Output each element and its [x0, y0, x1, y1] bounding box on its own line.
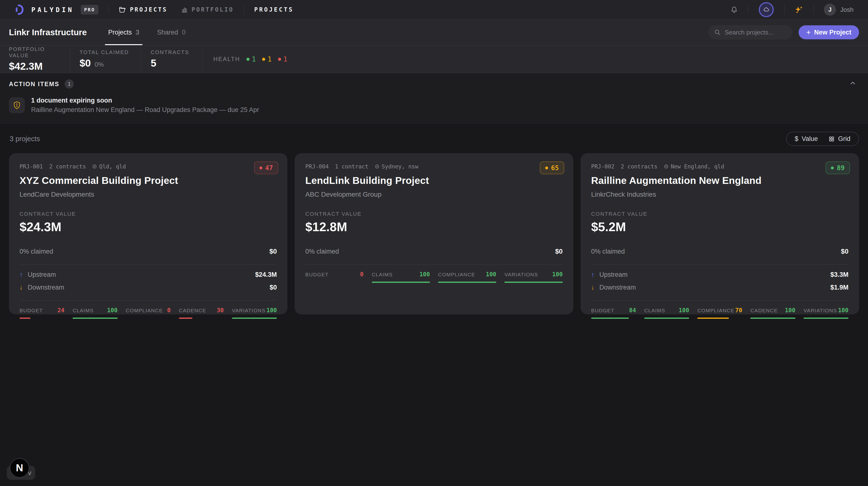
metric-variations: VARIATIONS100: [232, 307, 277, 319]
tab-shared[interactable]: Shared 0: [154, 20, 189, 45]
stat-value: $42.3M: [9, 61, 60, 72]
cloud-sync-button[interactable]: [758, 2, 774, 18]
portfolio-tabs: Projects 3 Shared 0: [105, 20, 189, 45]
pro-badge: PRO: [81, 5, 98, 15]
projects-toolbar: 3 projects $ Value Grid: [0, 123, 868, 153]
project-title: LendLink Building Project: [305, 175, 562, 186]
nav-divider: [813, 5, 814, 14]
arrow-up-icon: ↑: [591, 271, 599, 279]
app-logo-icon[interactable]: [14, 4, 25, 15]
stat-portfolio-value: PORTFOLIO VALUE $42.3M: [9, 46, 70, 73]
metric-budget: BUDGET24: [20, 307, 64, 319]
card-divider: [20, 264, 277, 265]
plus-icon: +: [806, 28, 811, 37]
search-box[interactable]: [708, 25, 792, 39]
user-avatar[interactable]: J: [824, 4, 836, 16]
downstream-row: ↓ Downstream $0: [20, 284, 277, 291]
nav-item-projects[interactable]: PROJECTS: [119, 6, 167, 13]
score-dot: [831, 167, 834, 169]
action-items-count-badge: 1: [65, 79, 74, 89]
project-location: New England, qld: [664, 163, 724, 170]
metric-bar: [179, 318, 192, 319]
claimed-row: 0% claimed $0: [20, 248, 277, 255]
user-name: Josh: [840, 6, 854, 13]
project-contracts: 2 contracts: [49, 163, 86, 170]
tab-count: 3: [135, 29, 139, 36]
ai-sparkles-icon[interactable]: [795, 5, 803, 14]
project-meta: PRJ-001 2 contracts Qld, qld: [20, 163, 277, 170]
portfolio-stats: PORTFOLIO VALUE $42.3M TOTAL CLAIMED $0 …: [0, 46, 868, 73]
notifications-bell-icon[interactable]: [731, 6, 738, 13]
location-pin-icon: [375, 164, 379, 169]
score-value: 65: [551, 164, 559, 172]
cash-flows: ↑ Upstream $24.3M ↓ Downstream $0: [20, 271, 277, 291]
flow-value: $3.3M: [830, 271, 848, 279]
claimed-amount: $0: [555, 248, 563, 255]
new-project-button[interactable]: + New Project: [799, 25, 859, 39]
dev-overlay-button[interactable]: N: [10, 458, 29, 478]
upstream-row: ↑ Upstream $24.3M: [20, 271, 277, 279]
avatar-initial: J: [828, 6, 831, 13]
search-input[interactable]: [724, 28, 786, 36]
project-card-prj-001[interactable]: PRJ-001 2 contracts Qld, qld 47 XYZ Comm…: [9, 153, 287, 314]
score-value: 89: [837, 164, 845, 172]
project-count: 3 projects: [10, 135, 40, 143]
brand-name: PALYDIN: [31, 6, 74, 13]
metric-budget: BUDGET84: [591, 307, 636, 319]
project-card-prj-004[interactable]: PRJ-004 1 contract Sydney, nsw 65 LendLi…: [294, 153, 573, 314]
metric-compliance: COMPLIANCE100: [438, 271, 496, 283]
nav-item-portfolio[interactable]: PORTFOLIO: [181, 6, 234, 13]
health-score-badge: 65: [540, 162, 564, 174]
stat-sub-value: 0%: [95, 61, 104, 68]
metric-cadence: CADENCE100: [750, 307, 795, 319]
contract-value-label: CONTRACT VALUE: [305, 211, 562, 217]
health-label: HEALTH: [213, 56, 240, 62]
bar-chart-icon: [181, 6, 188, 13]
flow-label: Upstream: [28, 271, 56, 279]
claimed-row: 0% claimed $0: [591, 248, 848, 255]
metrics-row: BUDGET24 CLAIMS100 COMPLIANCE0 CADENCE30…: [20, 307, 277, 319]
location-pin-icon: [664, 164, 669, 169]
view-option-value[interactable]: $ Value: [795, 135, 818, 143]
metric-bar: [591, 318, 629, 319]
metric-budget: BUDGET0: [305, 271, 363, 283]
claimed-label: 0% claimed: [591, 248, 625, 255]
claimed-label: 0% claimed: [305, 248, 339, 255]
health-red: 1: [278, 55, 287, 63]
upstream-row: ↑ Upstream $3.3M: [591, 271, 848, 279]
chevron-up-icon[interactable]: [849, 79, 857, 87]
health-green: 1: [246, 55, 256, 63]
metric-bar: [438, 282, 496, 283]
contract-value-label: CONTRACT VALUE: [591, 211, 848, 217]
project-meta: PRJ-004 1 contract Sydney, nsw: [305, 163, 562, 170]
tab-count: 0: [182, 29, 186, 36]
metric-bar: [644, 318, 689, 319]
health-dot: [262, 58, 265, 61]
breadcrumb: PROJECTS: [254, 6, 294, 13]
view-option-label: Grid: [838, 135, 850, 143]
action-item-title: 1 document expiring soon: [31, 97, 259, 104]
action-item-expiring-document[interactable]: 1 document expiring soon Railline Augmen…: [9, 97, 859, 114]
dev-overlay-initial: N: [16, 462, 23, 474]
project-title: XYZ Commercial Building Project: [20, 175, 277, 186]
project-client: ABC Development Group: [305, 191, 562, 198]
view-toggle: $ Value Grid: [786, 132, 859, 146]
project-location: Sydney, nsw: [375, 163, 418, 170]
action-items-title: ACTION ITEMS: [9, 81, 59, 88]
health-amber: 1: [262, 55, 272, 63]
metric-bar: [804, 318, 848, 319]
view-option-grid[interactable]: Grid: [829, 135, 850, 143]
project-id: PRJ-002: [591, 163, 615, 170]
stat-value: $0 0%: [80, 57, 131, 69]
project-card-prj-002[interactable]: PRJ-002 2 contracts New England, qld 89 …: [581, 153, 859, 314]
contract-value: $5.2M: [591, 220, 848, 234]
tab-projects[interactable]: Projects 3: [105, 20, 143, 45]
metric-bar: [232, 318, 277, 319]
health-dot: [246, 58, 250, 61]
page-header: Linkr Infrastructure Projects 3 Shared 0…: [0, 20, 868, 46]
project-cards-grid: PRJ-001 2 contracts Qld, qld 47 XYZ Comm…: [0, 153, 868, 314]
flow-value: $0: [270, 284, 277, 291]
project-title: Railline Augmentation New England: [591, 175, 848, 186]
claimed-label: 0% claimed: [20, 248, 53, 255]
project-contracts: 1 contract: [335, 163, 368, 170]
